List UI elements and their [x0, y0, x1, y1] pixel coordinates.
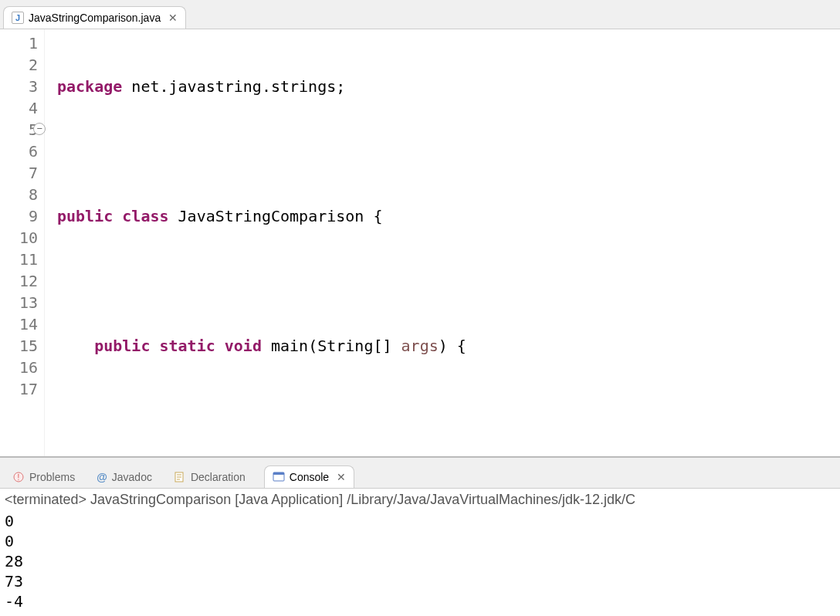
line-number: 12 — [0, 270, 38, 292]
line-number: 9 — [0, 205, 38, 227]
editor-tab-bar: J JavaStringComparison.java ✕ — [0, 0, 840, 29]
declaration-icon — [174, 471, 186, 483]
tab-declaration[interactable]: Declaration — [171, 466, 249, 488]
javadoc-icon: @ — [97, 471, 107, 483]
close-icon[interactable]: ✕ — [168, 12, 178, 24]
line-number-gutter: 1 2 3 4 5 − 6 7 8 9 10 11 12 13 14 15 16… — [0, 29, 45, 456]
line-number: 14 — [0, 313, 38, 335]
line-number: 1 — [0, 32, 38, 54]
tab-javadoc[interactable]: @ Javadoc — [93, 466, 155, 488]
java-file-icon: J — [12, 12, 24, 24]
console-status: <terminated> JavaStringComparison [Java … — [0, 489, 840, 511]
console-line: -4 — [5, 591, 835, 611]
code-line — [57, 270, 840, 292]
line-number: 2 — [0, 54, 38, 76]
bottom-tab-bar: ! Problems @ Javadoc Declaration Console… — [0, 458, 840, 489]
line-number: 8 — [0, 184, 38, 205]
line-number: 11 — [0, 249, 38, 270]
console-line: 0 — [5, 511, 835, 531]
close-icon[interactable]: ✕ — [337, 471, 346, 483]
bottom-panel: ! Problems @ Javadoc Declaration Console… — [0, 456, 840, 616]
code-line: package net.javastring.strings; — [57, 76, 840, 97]
console-icon — [273, 471, 285, 483]
code-area[interactable]: package net.javastring.strings; public c… — [45, 29, 840, 456]
line-number: 6 — [0, 140, 38, 162]
line-number: 5 − — [0, 119, 38, 140]
console-line: 73 — [5, 571, 835, 591]
line-number: 7 — [0, 162, 38, 184]
line-number: 17 — [0, 378, 38, 400]
tab-console[interactable]: Console ✕ — [264, 465, 354, 488]
editor-tab-label: JavaStringComparison.java — [29, 12, 161, 24]
editor-tab-active[interactable]: J JavaStringComparison.java ✕ — [3, 6, 186, 29]
tab-problems[interactable]: ! Problems — [9, 466, 78, 488]
code-line: public class JavaStringComparison { — [57, 205, 840, 227]
line-number: 10 — [0, 227, 38, 249]
console-line: 28 — [5, 551, 835, 571]
line-number: 16 — [0, 357, 38, 378]
line-number: 3 — [0, 76, 38, 97]
code-editor[interactable]: 1 2 3 4 5 − 6 7 8 9 10 11 12 13 14 15 16… — [0, 29, 840, 456]
line-number: 13 — [0, 292, 38, 313]
line-number: 15 — [0, 335, 38, 357]
console-line: 0 — [5, 531, 835, 551]
svg-text:!: ! — [18, 473, 20, 482]
code-line — [57, 400, 840, 421]
line-number: 4 — [0, 97, 38, 119]
code-line: public static void main(String[] args) { — [57, 335, 840, 357]
svg-rect-4 — [273, 472, 284, 475]
code-line — [57, 140, 840, 162]
console-output[interactable]: 0 0 28 73 -4 — [0, 511, 840, 616]
fold-toggle-icon[interactable]: − — [33, 123, 46, 135]
problems-icon: ! — [12, 471, 25, 483]
